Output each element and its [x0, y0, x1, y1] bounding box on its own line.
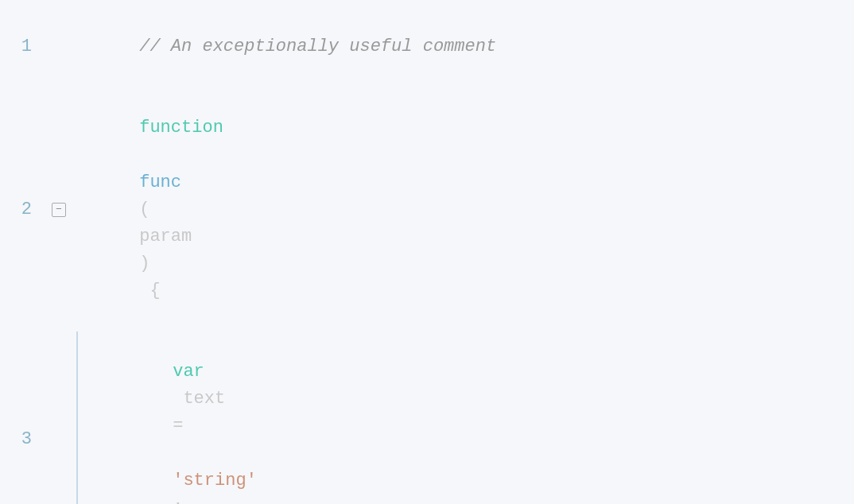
func-name: func [139, 173, 181, 192]
code-editor: 1 // An exceptionally useful comment 2 −… [0, 0, 854, 504]
string-value: 'string' [173, 471, 257, 490]
code-content-1: // An exceptionally useful comment [70, 6, 854, 87]
comment-text: // An exceptionally useful comment [139, 37, 496, 56]
code-content-2: function func ( param ) { [70, 87, 854, 331]
code-line-2: 2 − function func ( param ) { [0, 87, 854, 331]
code-line-1: 1 // An exceptionally useful comment [0, 6, 854, 87]
keyword-var-3: var [173, 362, 204, 382]
keyword-function: function [139, 118, 223, 138]
fold-icon-2[interactable]: − [52, 203, 66, 217]
code-line-3: 3 var text = 'string' ; [0, 331, 854, 504]
fold-button-2[interactable]: − [48, 203, 70, 217]
line-number-1: 1 [0, 33, 48, 60]
line-number-3: 3 [0, 426, 48, 453]
line-number-2: 2 [0, 196, 48, 223]
code-content-3: var text = 'string' ; [78, 331, 854, 504]
